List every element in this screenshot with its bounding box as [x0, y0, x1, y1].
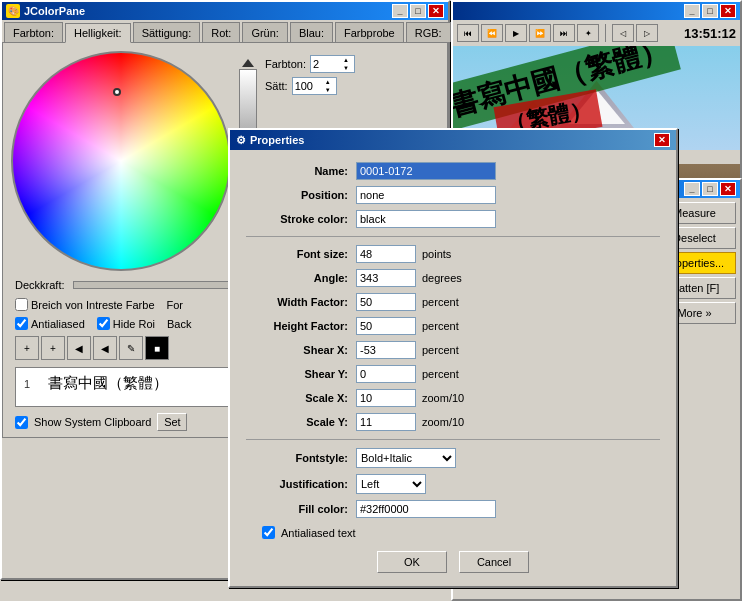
satt-value: 100 [295, 80, 322, 92]
show-clipboard-checkbox[interactable] [15, 416, 28, 429]
stroke-color-input[interactable] [356, 210, 496, 228]
tool-add2-button[interactable]: + [41, 336, 65, 360]
tool-edit-button[interactable]: ✎ [119, 336, 143, 360]
minimize-button[interactable]: _ [392, 4, 408, 18]
tab-bar: Farbton: Helligkeit: Sättigung: Rot: Grü… [2, 20, 448, 42]
maximize-button[interactable]: □ [410, 4, 426, 18]
properties-window-controls: ✕ [654, 133, 670, 147]
hide-roi-checkbox[interactable] [97, 317, 110, 330]
photo-bottom-minimize[interactable]: _ [684, 182, 700, 196]
set-button[interactable]: Set [157, 413, 187, 431]
font-size-row: Font size: points [246, 245, 660, 263]
tool-add1-button[interactable]: + [15, 336, 39, 360]
titlebar-title-group: 🎨 JColorPane [6, 4, 85, 18]
tab-sattigung[interactable]: Sättigung: [133, 22, 201, 42]
opacity-label: Deckkraft: [15, 279, 65, 291]
shear-y-label: Shear Y: [246, 368, 356, 380]
tab-rot[interactable]: Rot: [202, 22, 240, 42]
antialiased-checkbox[interactable] [262, 526, 275, 539]
media-close-button[interactable]: ✕ [720, 4, 736, 18]
list-item-text: 書寫中國（繁體） [48, 374, 168, 393]
height-factor-unit: percent [422, 320, 459, 332]
justification-select[interactable]: Left Center Right [356, 474, 426, 494]
satt-spinbox[interactable]: 100 ▲ ▼ [292, 77, 337, 95]
tab-rgb[interactable]: RGB: [406, 22, 451, 42]
color-wheel-inner [13, 53, 229, 269]
cancel-button[interactable]: Cancel [459, 551, 529, 573]
stroke-color-label: Stroke color: [246, 213, 356, 225]
antialiased-main-label: Antialiased [31, 318, 85, 330]
media-btn-next[interactable]: ⏩ [529, 24, 551, 42]
font-size-input[interactable] [356, 245, 416, 263]
media-minimize-button[interactable]: _ [684, 4, 700, 18]
properties-close-button[interactable]: ✕ [654, 133, 670, 147]
media-btn-begin[interactable]: ⏮ [457, 24, 479, 42]
media-btn-nav2[interactable]: ▷ [636, 24, 658, 42]
shear-y-row: Shear Y: percent [246, 365, 660, 383]
fill-color-input[interactable] [356, 500, 496, 518]
app-title: JColorPane [24, 5, 85, 17]
media-btn-special[interactable]: ✦ [577, 24, 599, 42]
satt-down-arrow[interactable]: ▼ [322, 86, 334, 94]
color-wheel[interactable] [11, 51, 231, 271]
jcolorpane-titlebar: 🎨 JColorPane _ □ ✕ [2, 2, 448, 20]
width-factor-unit: percent [422, 296, 459, 308]
tab-grun[interactable]: Grün: [242, 22, 288, 42]
farbton-arrows[interactable]: ▲ ▼ [340, 56, 352, 72]
width-factor-input[interactable] [356, 293, 416, 311]
shear-y-input[interactable] [356, 365, 416, 383]
properties-title: Properties [250, 134, 304, 146]
scale-x-input[interactable] [356, 389, 416, 407]
media-btn-prev[interactable]: ⏪ [481, 24, 503, 42]
shear-x-input[interactable] [356, 341, 416, 359]
tab-helligkeit[interactable]: Helligkeit: [65, 23, 131, 43]
show-clipboard-label: Show System Clipboard [34, 416, 151, 428]
position-input[interactable] [356, 186, 496, 204]
scale-y-label: Scale Y: [246, 416, 356, 428]
photo-bottom-maximize[interactable]: □ [702, 182, 718, 196]
media-maximize-button[interactable]: □ [702, 4, 718, 18]
angle-label: Angle: [246, 272, 356, 284]
close-button[interactable]: ✕ [428, 4, 444, 18]
justification-label: Justification: [246, 478, 356, 490]
breich-checkbox[interactable] [15, 298, 28, 311]
angle-input[interactable] [356, 269, 416, 287]
scale-y-row: Scale Y: zoom/10 [246, 413, 660, 431]
farbton-down-arrow[interactable]: ▼ [340, 64, 352, 72]
tab-blau[interactable]: Blau: [290, 22, 333, 42]
scale-y-input[interactable] [356, 413, 416, 431]
media-btn-nav1[interactable]: ◁ [612, 24, 634, 42]
for-label-placeholder: For [167, 299, 184, 311]
tab-farbton[interactable]: Farbton: [4, 22, 63, 42]
name-input[interactable] [356, 162, 496, 180]
ok-button[interactable]: OK [377, 551, 447, 573]
antialiased-label: Antialiased text [281, 527, 356, 539]
satt-up-arrow[interactable]: ▲ [322, 78, 334, 86]
farbton-up-arrow[interactable]: ▲ [340, 56, 352, 64]
position-row: Position: [246, 186, 660, 204]
shear-x-unit: percent [422, 344, 459, 356]
antialiased-main-checkbox[interactable] [15, 317, 28, 330]
properties-body: Name: Position: Stroke color: Font size:… [230, 150, 676, 585]
satt-group: Sätt: 100 ▲ ▼ [265, 77, 355, 95]
shear-y-unit: percent [422, 368, 459, 380]
height-factor-input[interactable] [356, 317, 416, 335]
farbton-spinbox[interactable]: 2 ▲ ▼ [310, 55, 355, 73]
width-factor-label: Width Factor: [246, 296, 356, 308]
fontstyle-select[interactable]: Bold+Italic Bold Italic Plain [356, 448, 456, 468]
photo-bottom-close[interactable]: ✕ [720, 182, 736, 196]
antialiased-checkbox-row: Antialiased text [262, 526, 660, 539]
tab-farbprobe[interactable]: Farbprobe [335, 22, 404, 42]
media-btn-end[interactable]: ⏭ [553, 24, 575, 42]
antialiased-checkbox-group: Antialiased [15, 317, 85, 330]
media-btn-play[interactable]: ▶ [505, 24, 527, 42]
properties-dialog: ⚙ Properties ✕ Name: Position: Stroke co… [228, 128, 678, 588]
tool-next-button[interactable]: ◀ [93, 336, 117, 360]
satt-arrows[interactable]: ▲ ▼ [322, 78, 334, 94]
properties-title-group: ⚙ Properties [236, 134, 304, 147]
tool-prev-button[interactable]: ◀ [67, 336, 91, 360]
divider-1 [246, 236, 660, 237]
height-factor-row: Height Factor: percent [246, 317, 660, 335]
tool-fill-button[interactable]: ■ [145, 336, 169, 360]
scale-x-unit: zoom/10 [422, 392, 464, 404]
